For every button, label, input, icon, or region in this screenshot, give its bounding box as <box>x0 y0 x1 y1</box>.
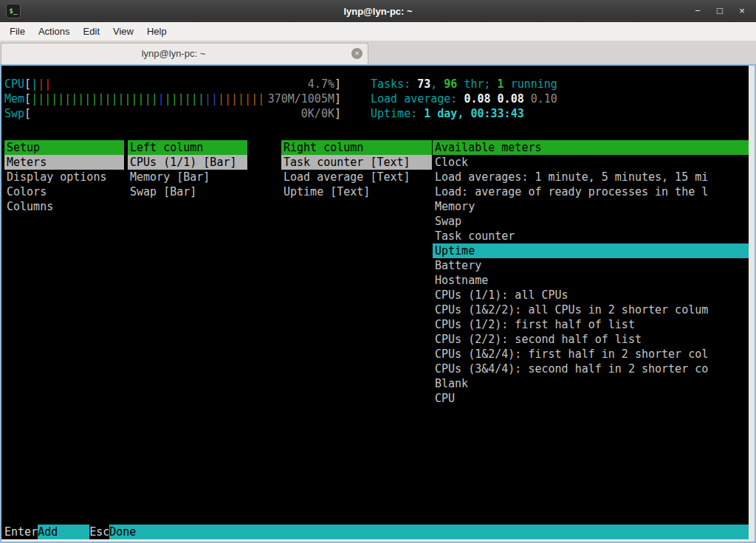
stats-column: Tasks: 73, 96 thr; 1 running Load averag… <box>371 77 557 121</box>
list-item[interactable]: Colors <box>4 184 124 199</box>
tasks-line-segment: , <box>430 77 444 91</box>
tab-active[interactable]: lynp@lyn-pc: ~ × <box>1 43 368 64</box>
tasks-line-segment: 96 <box>444 77 457 91</box>
tab-close-icon[interactable]: × <box>351 48 362 59</box>
cpu-meter-value: 4.7% <box>308 77 334 91</box>
list-item[interactable]: Swap <box>433 214 749 229</box>
function-key-done[interactable]: Esc <box>89 525 109 539</box>
function-key-add[interactable]: Enter <box>1 525 38 539</box>
terminal-app-icon: $_ <box>6 4 21 18</box>
terminal-app-icon-glyph: $_ <box>10 7 18 15</box>
list-item[interactable]: Memory [Bar] <box>128 170 247 184</box>
uptime-line-segment: 1 day, 00:33:43 <box>424 107 523 120</box>
function-label-done[interactable]: Done <box>109 525 749 539</box>
swp-meter-bars <box>31 106 301 121</box>
cpu-meter: CPU[|||4.7%] <box>4 77 341 91</box>
maximize-icon[interactable]: □ <box>715 0 725 22</box>
tasks-line-segment: 1 <box>498 77 504 91</box>
uptime-line-segment: Uptime: <box>371 107 424 120</box>
list-item[interactable]: CPUs (1/1) [Bar] <box>128 155 247 170</box>
list-item[interactable]: Task counter <box>433 229 749 243</box>
terminal-frame: CPU[|||4.7%] Mem[|||||||||||||||||||||||… <box>0 64 756 543</box>
bar-segment-blue: || <box>205 92 218 106</box>
list-item[interactable]: Battery <box>433 258 749 273</box>
panel-header-available-meters: Available meters <box>433 140 749 155</box>
panel-header-right-column: Right column <box>281 140 432 155</box>
function-bar: EnterAddEscDone <box>1 525 749 539</box>
tasks-line-segment: thr; <box>457 77 497 91</box>
tasks-line: Tasks: 73, 96 thr; 1 running <box>371 77 557 91</box>
menu-bar: FileActionsEditViewHelp <box>0 22 756 41</box>
load-line-segment: 0.08 <box>498 92 531 106</box>
menu-item-actions[interactable]: Actions <box>32 22 77 41</box>
cpu-meter-open-bracket: [ <box>24 77 31 91</box>
list-item[interactable]: CPUs (1/2): first half of list <box>433 317 749 332</box>
swp-meter-label: Swp <box>4 106 24 121</box>
tasks-line-segment: 73 <box>417 77 430 91</box>
menu-item-file[interactable]: File <box>3 22 32 41</box>
tab-bar: lynp@lyn-pc: ~ × <box>0 41 756 64</box>
cpu-meter-bars: ||| <box>31 77 308 91</box>
minimize-icon[interactable]: − <box>693 0 703 22</box>
list-item[interactable]: Display options <box>4 170 124 184</box>
list-item[interactable]: Columns <box>4 199 124 214</box>
list-item[interactable]: Blank <box>433 376 749 391</box>
menu-item-view[interactable]: View <box>106 22 140 41</box>
swp-meter: Swp[0K/0K] <box>4 106 341 121</box>
cpu-meter-close-bracket: ] <box>334 77 341 91</box>
meters-column: CPU[|||4.7%] Mem[|||||||||||||||||||||||… <box>4 77 341 121</box>
panel-header-left-column: Left column <box>128 140 247 155</box>
function-label-add[interactable]: Add <box>38 525 89 539</box>
list-item[interactable]: CPUs (1&2/4): first half in 2 shorter co… <box>433 347 749 362</box>
title-bar[interactable]: $_ lynp@lyn-pc: ~ − □ × <box>0 0 756 22</box>
mem-meter: Mem[|||||||||||||||||||||||||||||||||||3… <box>4 91 341 106</box>
swp-meter-value: 0K/0K <box>301 106 334 121</box>
scrollbar-track[interactable] <box>749 66 755 542</box>
list-item[interactable]: CPUs (1/1): all CPUs <box>433 288 749 302</box>
list-item[interactable]: Load averages: 1 minute, 5 minutes, 15 m… <box>433 170 749 184</box>
list-item[interactable]: Task counter [Text] <box>281 155 432 170</box>
list-item[interactable]: Hostname <box>433 273 749 288</box>
load-line: Load average: 0.08 0.08 0.10 <box>371 91 557 106</box>
terminal-screen[interactable]: CPU[|||4.7%] Mem[|||||||||||||||||||||||… <box>1 66 749 539</box>
list-item[interactable]: Load average [Text] <box>281 170 432 184</box>
menu-item-help[interactable]: Help <box>140 22 173 41</box>
mem-meter-open-bracket: [ <box>24 91 31 106</box>
close-icon[interactable]: × <box>737 0 747 22</box>
uptime-line: Uptime: 1 day, 00:33:43 <box>371 106 557 121</box>
mem-meter-value: 370M/1005M <box>268 91 334 106</box>
list-item[interactable]: Memory <box>433 199 749 214</box>
tasks-line-segment: Tasks: <box>371 77 417 91</box>
panel-setup: SetupMetersDisplay optionsColorsColumns <box>4 140 124 214</box>
swp-meter-close-bracket: ] <box>334 106 341 121</box>
list-item[interactable]: Load: average of ready processes in the … <box>433 184 749 199</box>
list-item[interactable]: CPUs (3&4/4): second half in 2 shorter c… <box>433 362 749 376</box>
list-item[interactable]: Uptime [Text] <box>281 184 432 199</box>
load-line-segment: 0.10 <box>531 92 557 106</box>
menu-item-edit[interactable]: Edit <box>77 22 106 41</box>
list-item[interactable]: Uptime <box>433 243 749 258</box>
bar-segment-green: |||||| <box>165 92 205 106</box>
list-item[interactable]: Meters <box>4 155 124 170</box>
mem-meter-label: Mem <box>4 91 24 106</box>
list-item[interactable]: Clock <box>433 155 749 170</box>
bar-segment-red: || <box>38 77 51 91</box>
window-title: lynp@lyn-pc: ~ <box>74 6 682 17</box>
bar-segment-green: ||||||||||||||||||| <box>31 92 158 106</box>
tab-title: lynp@lyn-pc: ~ <box>1 44 346 63</box>
bar-segment-cyan: | <box>31 77 38 91</box>
list-item[interactable]: CPUs (2/2): second half of list <box>433 332 749 347</box>
bar-segment-orange: ||||||| <box>218 92 264 106</box>
swp-meter-open-bracket: [ <box>24 106 31 121</box>
mem-meter-bars: ||||||||||||||||||||||||||||||||||| <box>31 91 268 106</box>
panel-left-column: Left columnCPUs (1/1) [Bar]Memory [Bar]S… <box>128 140 247 199</box>
list-item[interactable]: CPUs (1&2/2): all CPUs in 2 shorter colu… <box>433 302 749 317</box>
list-item[interactable]: CPU <box>433 391 749 406</box>
tasks-line-segment: running <box>504 77 557 91</box>
list-item[interactable]: Swap [Bar] <box>128 184 247 199</box>
panel-right-column: Right columnTask counter [Text]Load aver… <box>281 140 432 199</box>
load-line-segment: 0.08 <box>464 92 497 106</box>
mem-meter-close-bracket: ] <box>334 91 341 106</box>
cpu-meter-label: CPU <box>4 77 24 91</box>
window-controls: − □ × <box>693 0 750 22</box>
